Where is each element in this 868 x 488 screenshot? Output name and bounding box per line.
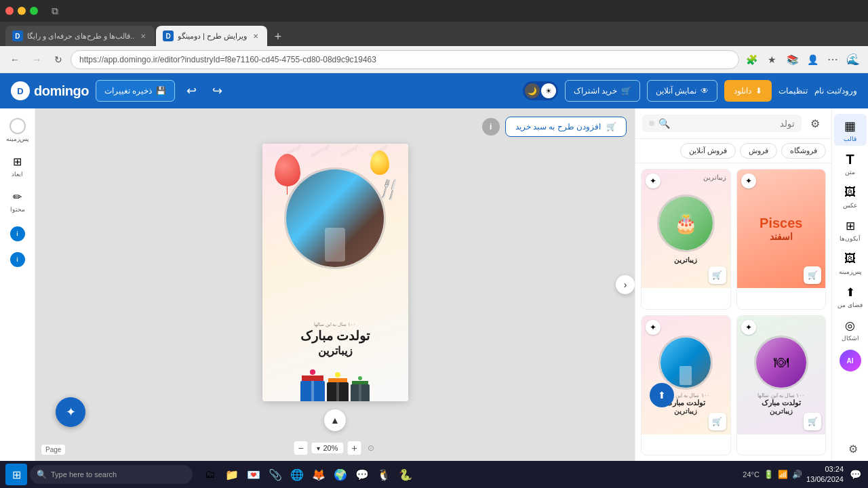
login-link[interactable]: ورود/ثبت نام <box>814 86 857 96</box>
template-cart-icon-2[interactable]: 🛒 <box>804 266 821 284</box>
settings-icon-sidebar[interactable]: ⚙ <box>844 439 863 458</box>
preview-button[interactable]: 👁 نمایش آنلاین <box>647 80 717 102</box>
taskbar: ⊞ 🔍 Type here to search 🗂 📁 💌 📎 🌐 🦊 🌍 💬 … <box>0 461 868 488</box>
template-card-1[interactable]: زیباترین ✦ 🎂 زیباترین 🛒 <box>641 169 731 310</box>
ai-icon: AI <box>840 350 861 371</box>
template-cart-icon-4[interactable]: 🛒 <box>804 413 821 430</box>
back-button[interactable]: ← <box>5 50 24 69</box>
photo-label: عکس <box>843 202 857 209</box>
taskbar-app-7[interactable]: 🌍 <box>331 465 350 484</box>
info-button[interactable]: i <box>482 118 500 136</box>
tab-close-icon[interactable]: ✕ <box>138 31 148 41</box>
add-to-cart-button[interactable]: 🛒 افزودن طرح به سبد خرید <box>505 117 627 137</box>
filter-tab-store[interactable]: فروشگاه <box>781 143 826 159</box>
myspace-icon: ⬆ <box>842 283 859 301</box>
search-icon: 🔍 <box>658 118 670 129</box>
template-card-2[interactable]: ✦ Pisces اسفند 🛒 <box>736 169 827 310</box>
taskbar-app-3[interactable]: 💌 <box>244 465 263 484</box>
left-sidebar: پس‌زمینه ⊞ ابعاد ✏ محتوا i i <box>0 108 35 461</box>
download-button[interactable]: ⬇ دانلود <box>724 80 772 102</box>
template-search-box[interactable]: 🔍 <box>642 115 802 132</box>
taskbar-search-icon: 🔍 <box>37 470 47 479</box>
theme-toggle[interactable]: 🌙 ☀ <box>523 81 558 100</box>
browser-toolbar: ← → ↻ https://app.domingo.ir/editor?indu… <box>0 46 868 73</box>
taskbar-app-4[interactable]: 📎 <box>266 465 285 484</box>
settings-link[interactable]: تنظیمات <box>778 86 808 96</box>
content-label: محتوا <box>10 206 25 213</box>
scroll-up-button[interactable]: ▲ <box>324 409 346 431</box>
more-icon[interactable]: ⋯ <box>823 50 842 69</box>
favorites-icon[interactable]: ★ <box>762 50 781 69</box>
template-title-4: تولدت مبارک <box>757 399 804 407</box>
taskbar-search-bar[interactable]: 🔍 Type here to search <box>30 465 193 484</box>
sidebar-item-text[interactable]: T متن <box>834 147 867 179</box>
sidebar-item-myspace[interactable]: ⬆ فضای من <box>834 280 867 312</box>
forward-button[interactable]: → <box>27 50 46 69</box>
tab-inactive[interactable]: D قالب‌ها و طرح‌های حرفه‌ای و رایگا... ✕ <box>5 26 155 46</box>
filter-icon[interactable]: ⚙ <box>806 114 825 133</box>
tab-active[interactable]: D ویرایش طرح | دومینگو ✕ <box>156 26 267 46</box>
sidebar-item-shapes[interactable]: ◎ اشکال <box>834 313 867 345</box>
zoom-dropdown[interactable]: ▾ 20% <box>311 442 344 454</box>
filter-tab-sales[interactable]: فروش <box>740 143 777 159</box>
taskbar-app-8[interactable]: 💬 <box>353 465 372 484</box>
template-card-4[interactable]: ✦ 🍽 ۱۰۰ سال به این سالها تولدت مبارک زیب… <box>736 315 827 456</box>
buy-subscription-button[interactable]: 🛒 خرید اشتراک <box>565 80 640 102</box>
template-subtitle-4: زیباترین <box>757 407 804 415</box>
template-cart-icon-3[interactable]: 🛒 <box>709 413 726 430</box>
taskbar-app-2[interactable]: 📁 <box>222 465 241 484</box>
photo-icon: 🖼 <box>842 184 859 201</box>
minimize-btn[interactable] <box>18 7 26 15</box>
taskbar-app-10[interactable]: 🐍 <box>396 465 415 484</box>
template-label-1: زیباترین <box>703 174 726 181</box>
edge-icon[interactable]: 🌊 <box>844 50 863 69</box>
sidebar-item-icons[interactable]: ⊞ آیکون‌ها <box>834 214 867 245</box>
filter-tab-online[interactable]: فروش آنلاین <box>680 143 736 159</box>
zoom-out-button[interactable]: − <box>293 441 308 455</box>
sidebar-item-dimensions[interactable]: ⊞ ابعاد <box>2 149 33 182</box>
volume-icon: 🔊 <box>792 470 802 479</box>
next-template-arrow[interactable]: › <box>616 275 635 294</box>
icons-label: آیکون‌ها <box>840 235 861 242</box>
collections-icon[interactable]: 📚 <box>783 50 802 69</box>
profile-icon[interactable]: 👤 <box>803 50 822 69</box>
sidebar-item-template[interactable]: ▦ قالب <box>834 114 867 146</box>
taskbar-app-1[interactable]: 🗂 <box>201 465 220 484</box>
page-indicator: Page <box>41 444 66 455</box>
background-icon <box>9 118 26 134</box>
template-cart-icon-1[interactable]: 🛒 <box>709 266 726 284</box>
taskbar-app-9[interactable]: 🐧 <box>374 465 393 484</box>
address-bar[interactable]: https://app.domingo.ir/editor?industryId… <box>71 50 739 69</box>
bg-label: پس‌زمینه <box>839 268 862 275</box>
close-btn[interactable] <box>5 7 14 15</box>
bg-icon: 🖼 <box>842 250 859 268</box>
notification-icon[interactable]: 💬 <box>848 467 863 482</box>
clock-display[interactable]: 03:24 13/06/2024 <box>806 464 844 485</box>
new-window-icon[interactable]: ⧉ <box>52 5 58 17</box>
save-button[interactable]: 💾 ذخیره تغییرات <box>96 80 175 102</box>
taskbar-app-5[interactable]: 🌐 <box>288 465 307 484</box>
zoom-in-button[interactable]: + <box>347 441 362 455</box>
extensions-icon[interactable]: 🧩 <box>742 50 761 69</box>
magic-action-button[interactable]: ✦ <box>56 397 85 427</box>
sidebar-item-ai1: i <box>2 222 33 245</box>
template-search-input[interactable] <box>674 119 795 129</box>
app-header: D domingo 💾 ذخیره تغییرات ↩ ↪ 🌙 ☀ 🛒 خرید… <box>0 73 868 108</box>
redo-button[interactable]: ↪ <box>208 81 226 100</box>
taskbar-app-6[interactable]: 🦊 <box>309 465 328 484</box>
new-tab-button[interactable]: + <box>269 27 288 46</box>
sidebar-item-content[interactable]: ✏ محتوا <box>2 184 33 217</box>
template-card-3[interactable]: ✦ ⬆ ۱۰۰ سال به این سالها تولدت مبارک <box>641 315 731 456</box>
text-icon: T <box>842 150 859 168</box>
logo: D domingo <box>11 81 89 100</box>
undo-button[interactable]: ↩ <box>182 81 201 100</box>
sidebar-item-bg[interactable]: 🖼 پس‌زمینه <box>834 247 867 279</box>
sidebar-item-background[interactable]: پس‌زمینه <box>2 114 33 146</box>
maximize-btn[interactable] <box>30 7 38 15</box>
sidebar-item-ai[interactable]: AI <box>834 346 867 375</box>
tab-close-active-icon[interactable]: ✕ <box>251 31 260 41</box>
start-button[interactable]: ⊞ <box>5 464 27 485</box>
refresh-button[interactable]: ↻ <box>49 50 68 69</box>
main-area: پس‌زمینه ⊞ ابعاد ✏ محتوا i i i � <box>0 108 868 461</box>
sidebar-item-photo[interactable]: 🖼 عکس <box>834 180 867 212</box>
